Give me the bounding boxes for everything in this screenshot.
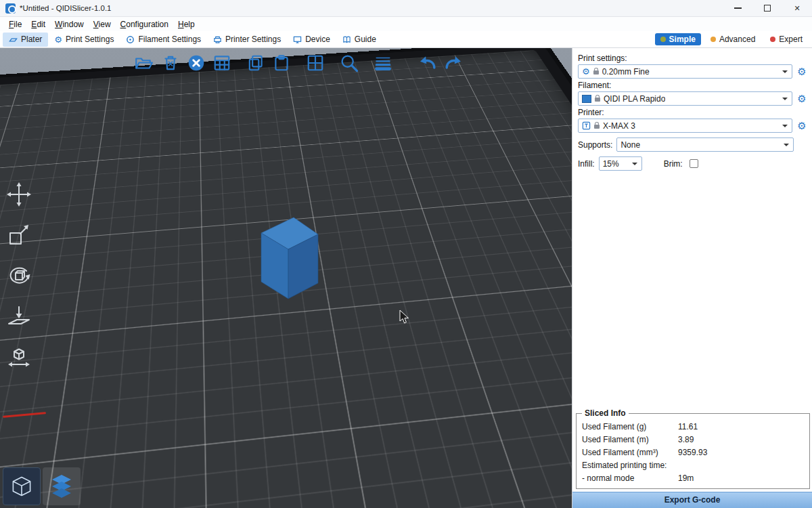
brim-label: Brim: — [664, 159, 683, 169]
supports-value: None — [621, 140, 640, 150]
printer-gear-button[interactable]: ⚙ — [796, 121, 808, 131]
undo-button[interactable] — [417, 52, 438, 74]
scale-tool-button[interactable] — [3, 219, 35, 251]
place-on-face-icon — [5, 303, 32, 330]
sliced-info-row: Used Filament (mm³) 9359.93 — [582, 446, 804, 459]
copy-button[interactable] — [245, 52, 267, 74]
tab-guide-label: Guide — [355, 35, 376, 44]
mode-simple-button[interactable]: Simple — [655, 33, 701, 45]
model-cube[interactable] — [252, 211, 322, 303]
expert-dot-icon — [770, 37, 775, 42]
split-icon — [306, 54, 325, 72]
paste-icon — [272, 54, 291, 72]
si-label-filament-mm3: Used Filament (mm³) — [582, 446, 678, 459]
tab-printer-settings[interactable]: Printer Settings — [207, 33, 287, 47]
guide-icon — [342, 35, 351, 44]
simple-dot-icon — [660, 37, 666, 42]
paste-button[interactable] — [271, 52, 292, 74]
print-settings-gear-button[interactable]: ⚙ — [796, 66, 808, 77]
menu-item-help[interactable]: Help — [173, 18, 200, 30]
infill-label: Infill: — [578, 159, 595, 169]
si-label-print-time: Estimated printing time: — [582, 459, 804, 472]
si-label-normal-mode: - normal mode — [582, 472, 678, 485]
filament-combo[interactable]: QIDI PLA Rapido — [578, 91, 792, 106]
variable-layer-height-button[interactable] — [372, 52, 394, 74]
filament-icon — [126, 35, 135, 44]
maximize-button[interactable] — [752, 0, 782, 16]
supports-combo[interactable]: None — [616, 137, 794, 152]
arrange-button[interactable] — [211, 52, 233, 74]
app-icon — [5, 3, 16, 14]
mode-expert-button[interactable]: Expert — [765, 33, 808, 45]
layers-icon — [374, 54, 392, 72]
lock-icon — [594, 125, 600, 129]
printer-icon — [213, 35, 222, 44]
3d-viewport[interactable] — [0, 48, 572, 508]
mode-switcher: Simple Advanced Expert — [655, 33, 808, 45]
menu-item-window[interactable]: Window — [50, 18, 89, 30]
menu-item-view[interactable]: View — [89, 18, 116, 30]
mode-advanced-label: Advanced — [719, 35, 755, 44]
view-mode-switcher — [3, 467, 81, 505]
window-controls: ✕ — [723, 0, 812, 16]
si-label-filament-g: Used Filament (g) — [582, 421, 678, 433]
print-settings-combo[interactable]: ⚙ 0.20mm Fine — [578, 64, 792, 79]
qidislicer-window: *Untitled - QIDISlicer-1.0.1 ✕ File Edit… — [0, 0, 812, 508]
lock-icon — [595, 98, 600, 102]
tab-filament-settings-label: Filament Settings — [138, 35, 201, 44]
infill-combo[interactable]: 15% — [599, 156, 642, 171]
place-on-face-tool-button[interactable] — [3, 300, 35, 333]
si-value-filament-m: 3.89 — [678, 433, 804, 446]
measure-tool-button[interactable] — [3, 341, 35, 373]
delete-all-button[interactable] — [185, 52, 207, 74]
menu-item-configuration[interactable]: Configuration — [116, 18, 173, 30]
si-value-filament-mm3: 9359.93 — [678, 446, 804, 459]
filament-label: Filament: — [578, 81, 808, 90]
tab-guide[interactable]: Guide — [336, 33, 382, 47]
split-objects-button[interactable] — [304, 52, 326, 74]
lock-icon — [593, 70, 599, 75]
export-gcode-button[interactable]: Export G-code — [572, 492, 812, 508]
move-tool-button[interactable] — [3, 178, 35, 211]
rotate-tool-button[interactable] — [3, 259, 35, 292]
sidebar: Print settings: ⚙ 0.20mm Fine ⚙ Filament… — [572, 48, 812, 508]
device-icon — [293, 35, 302, 44]
printer-combo[interactable]: X-MAX 3 — [578, 119, 792, 133]
preview-view-button[interactable] — [43, 467, 81, 505]
redo-icon — [443, 53, 464, 73]
maximize-icon — [764, 5, 771, 12]
tab-plater[interactable]: Plater — [3, 33, 48, 47]
delete-button[interactable] — [160, 52, 181, 74]
sidebar-settings: Print settings: ⚙ 0.20mm Fine ⚙ Filament… — [572, 48, 812, 171]
tab-print-settings[interactable]: ⚙ Print Settings — [48, 33, 120, 47]
search-button[interactable] — [338, 52, 360, 74]
print-settings-value: 0.20mm Fine — [602, 67, 650, 77]
gear-icon: ⚙ — [582, 67, 590, 76]
filament-gear-button[interactable]: ⚙ — [796, 93, 808, 104]
folder-open-icon — [134, 54, 153, 72]
move-icon — [5, 181, 32, 208]
close-button[interactable]: ✕ — [782, 0, 812, 16]
sliced-info-title: Sliced Info — [582, 408, 629, 418]
menu-item-file[interactable]: File — [4, 18, 26, 30]
si-label-filament-m: Used Filament (m) — [582, 433, 678, 446]
search-icon — [339, 53, 359, 73]
scale-icon — [5, 221, 32, 249]
editor-view-button[interactable] — [3, 467, 41, 505]
plater-icon — [9, 35, 18, 44]
tab-device[interactable]: Device — [287, 33, 336, 47]
minimize-button[interactable] — [723, 0, 752, 16]
mode-advanced-button[interactable]: Advanced — [705, 33, 761, 45]
tab-filament-settings[interactable]: Filament Settings — [120, 33, 207, 47]
brim-checkbox[interactable] — [690, 159, 698, 168]
menu-item-edit[interactable]: Edit — [26, 18, 50, 30]
print-settings-label: Print settings: — [578, 54, 808, 63]
si-value-filament-g: 11.61 — [678, 421, 804, 433]
layers-stack-icon — [48, 473, 75, 500]
open-project-button[interactable] — [133, 52, 154, 74]
main-area: Print settings: ⚙ 0.20mm Fine ⚙ Filament… — [0, 48, 812, 508]
redo-button[interactable] — [443, 52, 464, 74]
mouse-cursor — [399, 310, 411, 324]
tab-plater-label: Plater — [21, 35, 42, 44]
sliced-info-row: Used Filament (m) 3.89 — [582, 433, 804, 446]
